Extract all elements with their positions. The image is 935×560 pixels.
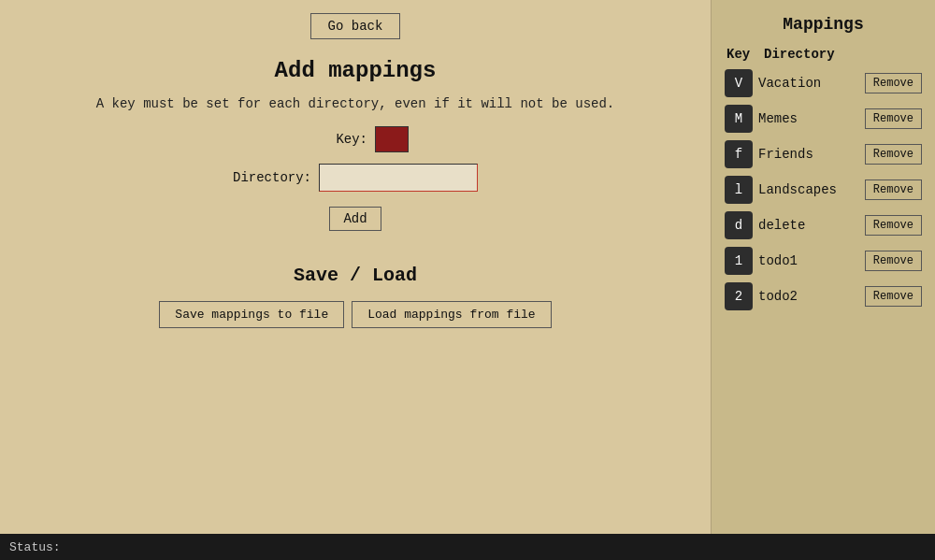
info-text: A key must be set for each directory, ev…	[96, 96, 615, 111]
key-badge: d	[725, 211, 753, 239]
key-badge: l	[725, 176, 753, 204]
mapping-row: 2todo2Remove	[725, 282, 922, 310]
remove-button[interactable]: Remove	[865, 251, 922, 271]
key-badge: M	[725, 105, 753, 133]
save-mappings-button[interactable]: Save mappings to file	[159, 301, 344, 328]
directory-row: Directory:	[19, 164, 692, 192]
add-button[interactable]: Add	[329, 207, 381, 231]
key-label: Key:	[302, 132, 367, 147]
mappings-list: VVacationRemoveMMemesRemovefFriendsRemov…	[725, 69, 922, 310]
add-row: Add	[19, 203, 692, 231]
mappings-header: Key Directory	[725, 47, 922, 62]
mapping-row: MMemesRemove	[725, 105, 922, 133]
left-panel: Go back Add mappings A key must be set f…	[0, 0, 711, 534]
mapping-row: 1todo1Remove	[725, 247, 922, 275]
mapping-row: lLandscapesRemove	[725, 176, 922, 204]
directory-label-value: todo1	[758, 253, 859, 268]
key-badge: f	[725, 140, 753, 168]
status-bar: Status:	[0, 534, 935, 560]
load-mappings-button[interactable]: Load mappings from file	[352, 301, 551, 328]
directory-label-value: Friends	[758, 147, 859, 162]
directory-input[interactable]	[319, 164, 478, 192]
status-text: Status:	[9, 540, 61, 554]
col-directory-header: Directory	[764, 47, 920, 62]
mapping-row: fFriendsRemove	[725, 140, 922, 168]
go-back-button[interactable]: Go back	[310, 13, 401, 39]
save-load-title: Save / Load	[294, 265, 417, 286]
save-load-row: Save mappings to file Load mappings from…	[159, 301, 551, 328]
remove-button[interactable]: Remove	[865, 215, 922, 236]
remove-button[interactable]: Remove	[865, 108, 922, 129]
mapping-row: ddeleteRemove	[725, 211, 922, 239]
remove-button[interactable]: Remove	[865, 144, 922, 165]
remove-button[interactable]: Remove	[865, 73, 922, 93]
key-badge: 1	[725, 247, 753, 275]
right-panel: Mappings Key Directory VVacationRemoveMM…	[711, 0, 935, 534]
main-layout: Go back Add mappings A key must be set f…	[0, 0, 935, 534]
page-title: Add mappings	[275, 58, 437, 83]
key-badge: V	[725, 69, 753, 97]
key-row: Key:	[19, 126, 692, 152]
key-input[interactable]	[375, 126, 409, 152]
directory-label-value: Landscapes	[758, 182, 859, 197]
mapping-row: VVacationRemove	[725, 69, 922, 97]
key-badge: 2	[725, 282, 753, 310]
remove-button[interactable]: Remove	[865, 286, 922, 307]
directory-label-value: Vacation	[758, 76, 859, 91]
col-key-header: Key	[726, 47, 764, 62]
directory-label-value: todo2	[758, 289, 859, 304]
remove-button[interactable]: Remove	[865, 179, 922, 200]
directory-label: Directory:	[233, 170, 311, 185]
directory-label-value: delete	[758, 218, 859, 233]
mappings-title: Mappings	[725, 15, 922, 34]
directory-label-value: Memes	[758, 111, 859, 126]
